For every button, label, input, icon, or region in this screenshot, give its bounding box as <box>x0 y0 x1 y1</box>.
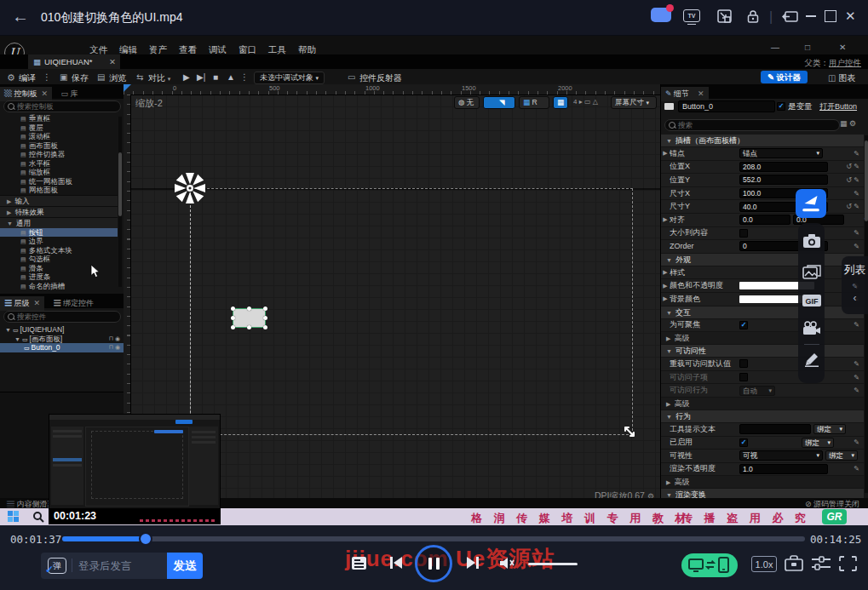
hierarchy-row[interactable]: ▼ ▭ [画布面板]⊓ ◉ <box>0 335 124 344</box>
stop-icon[interactable]: ■ <box>213 72 218 82</box>
row-action-icons[interactable]: ✎ <box>834 438 864 446</box>
scrollbar-thumb[interactable] <box>865 140 868 221</box>
tab-bind-widgets[interactable]: ☰ 绑定控件 <box>49 296 100 311</box>
caret-icon[interactable]: ▼ <box>14 336 22 342</box>
row-action-icons[interactable]: ✎ <box>834 387 864 394</box>
row-action-icons[interactable]: ✎ <box>834 190 864 198</box>
rotation-mode-button[interactable]: ▦ R <box>519 96 549 109</box>
palette-search-input[interactable]: 搜索控制板 <box>3 100 121 112</box>
frame-advance-icon[interactable]: ▶| <box>197 72 205 82</box>
screenshot-export-icon[interactable] <box>717 9 733 26</box>
hierarchy-row[interactable]: ▭ Button_0⊓ ◉ <box>0 343 124 352</box>
caret-icon[interactable]: ▶ <box>661 216 670 223</box>
compile-options-icon[interactable]: ⋮ <box>43 72 51 82</box>
fullscreen-icon[interactable] <box>839 556 857 571</box>
palette-category[interactable]: ▼通用 <box>0 217 118 228</box>
compile-button[interactable]: 编译 <box>19 72 36 84</box>
danmaku-icon[interactable]: 弹✓ <box>48 558 66 574</box>
lock-icon[interactable] <box>746 9 760 26</box>
caret-icon[interactable]: ▶ <box>661 295 670 302</box>
tab-palette[interactable]: ▩ 控制板 ✕ <box>0 87 52 101</box>
progress-bar[interactable] <box>62 536 805 541</box>
property-checkbox[interactable] <box>739 229 748 238</box>
device-switch-toggle[interactable] <box>681 553 738 577</box>
localization-preview-button[interactable]: ◍ 无 <box>454 96 480 109</box>
widget-reflector-button[interactable]: 控件反射器 <box>359 72 402 84</box>
gif-record-icon[interactable]: GIF <box>802 294 822 307</box>
previous-episode-icon[interactable] <box>388 556 404 570</box>
caret-icon[interactable]: ▶ <box>661 283 670 289</box>
property-input[interactable]: 208.0 <box>739 162 828 172</box>
open-button-link[interactable]: 打开Button <box>819 101 857 112</box>
anchor-widget-icon[interactable] <box>171 169 209 207</box>
row-action-icons[interactable]: ↺ ✎ <box>834 176 864 184</box>
property-input[interactable] <box>739 424 811 434</box>
diff-button[interactable]: 对比 ▾ <box>148 72 170 84</box>
snap-options-icons[interactable]: 4 ▸ ▭ △ <box>573 98 598 106</box>
details-view-options-icon[interactable]: ▦ ⚙ <box>840 119 856 128</box>
property-checkbox[interactable]: ✓ <box>739 438 748 447</box>
asset-tab[interactable]: ▦UIQIEHUAN* ✕ <box>28 54 120 69</box>
widget-name-input[interactable]: Button_0 <box>678 100 775 112</box>
game-center-icon[interactable] <box>651 8 671 25</box>
palette-category[interactable]: ▶输入 <box>0 195 118 206</box>
palette-category[interactable]: ▶特殊效果 <box>0 206 118 217</box>
property-dropdown[interactable]: 锚点▾ <box>739 148 823 158</box>
property-dropdown[interactable]: 可视▾ <box>739 450 823 461</box>
pause-button[interactable] <box>415 545 452 582</box>
back-button[interactable]: ← <box>12 7 29 26</box>
playback-speed-button[interactable]: 1.0x <box>751 556 777 572</box>
details-search-input[interactable]: 搜索 <box>664 119 840 131</box>
debug-object-dropdown[interactable]: 未选中调试对象 ▾ <box>254 72 325 84</box>
browse-button[interactable]: 浏览 <box>109 72 126 84</box>
palette-item[interactable]: ▤按钮 <box>0 228 118 238</box>
palette-scrollbar[interactable] <box>118 117 122 287</box>
row-action-icons[interactable]: ✎ <box>834 150 864 158</box>
settings-sliders-icon[interactable] <box>811 556 831 571</box>
palette-item[interactable]: ▤多格式文本块 <box>0 246 118 255</box>
row-action-icons[interactable]: ↺ ✎ <box>834 163 864 170</box>
image-icon[interactable] <box>802 264 821 280</box>
palette-item[interactable]: ▤缩放框 <box>0 168 118 177</box>
palette-item[interactable]: ▤垂直框 <box>0 114 118 123</box>
property-checkbox[interactable] <box>739 359 748 368</box>
row-action-icons[interactable]: ✎ <box>834 360 864 368</box>
minimize-button[interactable] <box>806 15 816 32</box>
designer-mode-button[interactable]: ✎ 设计器 <box>761 71 808 83</box>
row-action-icons[interactable]: ✎ <box>834 374 864 381</box>
tab-details[interactable]: ✎ 细节 ✕ <box>661 87 709 101</box>
volume-muted-icon[interactable] <box>499 556 516 570</box>
bind-dropdown[interactable]: 绑定▾ <box>813 424 846 434</box>
palette-item[interactable]: ▤图像 <box>0 290 118 291</box>
screen-record-icon[interactable] <box>802 321 822 335</box>
danmaku-input[interactable]: 弹✓ 登录后发言 <box>41 553 167 579</box>
hierarchy-row[interactable]: ▼ ▭ [UIQIEHUAN] <box>0 325 124 335</box>
palette-item[interactable]: ▤画布面板 <box>0 141 118 151</box>
palette-item[interactable]: ▤统一网格面板 <box>0 177 118 186</box>
palette-item[interactable]: ▤边界 <box>0 237 118 246</box>
play-icon[interactable]: ▶ <box>183 72 190 82</box>
tab-library[interactable]: ▭ 库 <box>56 87 83 101</box>
button-widget[interactable] <box>233 308 266 328</box>
send-danmaku-button[interactable]: 发送 <box>167 553 203 579</box>
property-input[interactable]: 0.0 <box>739 215 790 225</box>
grid-snap-button[interactable]: ▦ <box>553 96 568 109</box>
volume-slider[interactable] <box>528 563 578 565</box>
details-section-header[interactable]: ▶高级 <box>661 398 864 410</box>
annotate-pencil-icon[interactable] <box>803 352 820 367</box>
ue-minimize-icon[interactable]: — <box>771 43 779 52</box>
caret-icon[interactable]: ▶ <box>661 269 670 276</box>
palette-item[interactable]: ▤滑条 <box>0 264 118 273</box>
playlist-icon[interactable] <box>351 556 367 570</box>
next-episode-icon[interactable] <box>465 556 480 570</box>
row-action-icons[interactable]: ↺ ✎ <box>834 203 864 210</box>
property-input[interactable]: 1.0 <box>739 464 828 474</box>
palette-item[interactable]: ▤命名的插槽 <box>0 282 118 291</box>
palette-item[interactable]: ▤水平框 <box>0 159 118 169</box>
property-dropdown[interactable]: 自动▾ <box>739 386 775 396</box>
palette-item[interactable]: ▤覆层 <box>0 123 118 133</box>
maximize-button[interactable] <box>825 10 836 27</box>
palette-item[interactable]: ▤控件切换器 <box>0 150 118 159</box>
row-action-icons[interactable]: ✎ <box>834 465 864 473</box>
details-section-header[interactable]: ▼交互 <box>661 306 864 319</box>
